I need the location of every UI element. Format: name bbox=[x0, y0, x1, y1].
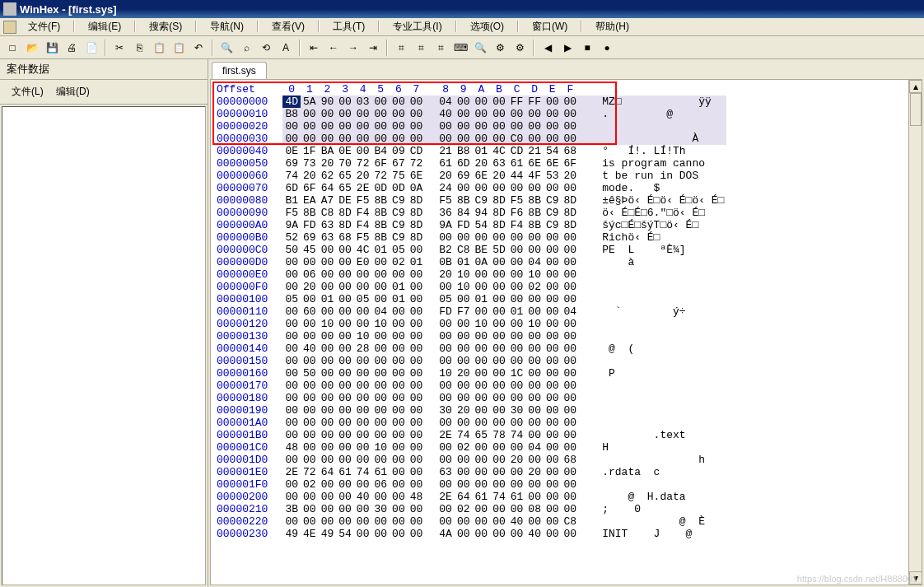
byte-cell[interactable]: 00 bbox=[544, 491, 562, 503]
byte-cell[interactable]: 00 bbox=[301, 318, 319, 330]
byte-cell[interactable]: C0 bbox=[508, 133, 526, 145]
byte-cell[interactable]: 00 bbox=[525, 380, 544, 392]
byte-cell[interactable]: 00 bbox=[436, 355, 455, 367]
byte-cell[interactable]: 00 bbox=[562, 503, 580, 515]
byte-cell[interactable]: 0B bbox=[436, 256, 455, 268]
byte-cell[interactable]: 6F bbox=[301, 182, 319, 194]
byte-cell[interactable]: 00 bbox=[436, 454, 455, 466]
byte-cell[interactable]: 00 bbox=[490, 441, 508, 454]
hex-row[interactable]: 00000220000000000000000000000000400000C8… bbox=[214, 515, 726, 528]
byte-cell[interactable]: 68 bbox=[336, 231, 354, 244]
byte-cell[interactable]: 00 bbox=[408, 515, 426, 528]
byte-cell[interactable]: 45 bbox=[301, 244, 319, 256]
byte-cell[interactable]: 00 bbox=[408, 478, 426, 491]
byte-cell[interactable]: 00 bbox=[282, 330, 301, 342]
new-button[interactable]: □ bbox=[3, 39, 21, 57]
byte-cell[interactable]: 2E bbox=[436, 429, 455, 441]
byte-cell[interactable]: 00 bbox=[282, 454, 301, 466]
byte-cell[interactable]: 00 bbox=[282, 380, 301, 392]
byte-cell[interactable]: 00 bbox=[508, 318, 526, 330]
byte-cell[interactable]: 5D bbox=[490, 244, 508, 256]
byte-cell[interactable]: 00 bbox=[371, 454, 390, 466]
byte-cell[interactable]: 01 bbox=[390, 293, 408, 305]
byte-cell[interactable]: 00 bbox=[508, 268, 526, 281]
byte-cell[interactable]: 61 bbox=[371, 466, 390, 478]
byte-cell[interactable]: 00 bbox=[390, 380, 408, 392]
byte-cell[interactable]: CD bbox=[408, 145, 426, 157]
byte-cell[interactable]: 00 bbox=[525, 417, 544, 429]
byte-cell[interactable]: 00 bbox=[525, 454, 544, 466]
byte-cell[interactable]: 6D bbox=[455, 157, 473, 170]
hex-row[interactable]: 0000012000001000001000000000100000100000 bbox=[214, 318, 726, 330]
byte-cell[interactable]: 00 bbox=[544, 120, 562, 133]
byte-cell[interactable]: 00 bbox=[525, 491, 544, 503]
byte-cell[interactable]: 20 bbox=[562, 170, 580, 182]
findhex-button[interactable]: ⌕ bbox=[237, 39, 255, 57]
byte-cell[interactable]: 05 bbox=[282, 293, 301, 305]
byte-cell[interactable]: 00 bbox=[336, 342, 354, 355]
byte-cell[interactable]: 00 bbox=[354, 380, 372, 392]
byte-cell[interactable]: 00 bbox=[371, 404, 390, 417]
byte-cell[interactable]: 61 bbox=[436, 157, 455, 170]
byte-cell[interactable]: 00 bbox=[336, 417, 354, 429]
byte-cell[interactable]: 01 bbox=[473, 145, 491, 157]
byte-cell[interactable]: 00 bbox=[336, 503, 354, 515]
byte-cell[interactable]: C8 bbox=[455, 244, 473, 256]
byte-cell[interactable]: 48 bbox=[282, 441, 301, 454]
byte-cell[interactable]: B8 bbox=[282, 108, 301, 120]
byte-cell[interactable]: 00 bbox=[408, 454, 426, 466]
hex-row[interactable]: 0000017000000000000000000000000000000000 bbox=[214, 380, 726, 392]
byte-cell[interactable]: 00 bbox=[562, 244, 580, 256]
rec-button[interactable]: ● bbox=[598, 39, 616, 57]
hex-row[interactable]: 0000002000000000000000000000000000000000 bbox=[214, 120, 726, 133]
byte-cell[interactable]: 00 bbox=[336, 454, 354, 466]
byte-cell[interactable]: 01 bbox=[455, 256, 473, 268]
byte-cell[interactable]: 00 bbox=[455, 454, 473, 466]
byte-cell[interactable]: 00 bbox=[390, 478, 408, 491]
byte-cell[interactable]: 00 bbox=[508, 355, 526, 367]
byte-cell[interactable]: CD bbox=[508, 145, 526, 157]
byte-cell[interactable]: 00 bbox=[436, 478, 455, 491]
byte-cell[interactable]: 52 bbox=[282, 231, 301, 244]
byte-cell[interactable]: 70 bbox=[336, 157, 354, 170]
byte-cell[interactable]: 00 bbox=[301, 404, 319, 417]
byte-cell[interactable]: 00 bbox=[390, 417, 408, 429]
byte-cell[interactable]: 00 bbox=[354, 454, 372, 466]
byte-cell[interactable]: 00 bbox=[436, 133, 455, 145]
byte-cell[interactable]: 8D bbox=[408, 207, 426, 219]
byte-cell[interactable]: 00 bbox=[336, 404, 354, 417]
byte-cell[interactable]: 00 bbox=[436, 231, 455, 244]
copy-button[interactable]: ⎘ bbox=[130, 39, 148, 57]
byte-cell[interactable]: 10 bbox=[436, 367, 455, 380]
byte-cell[interactable]: 00 bbox=[544, 182, 562, 194]
byte-cell[interactable]: 00 bbox=[336, 293, 354, 305]
byte-cell[interactable]: 00 bbox=[436, 441, 455, 454]
byte-cell[interactable]: 00 bbox=[525, 133, 544, 145]
byte-cell[interactable]: 36 bbox=[436, 207, 455, 219]
byte-cell[interactable]: 00 bbox=[336, 392, 354, 404]
byte-cell[interactable]: 00 bbox=[544, 392, 562, 404]
byte-cell[interactable]: 72 bbox=[408, 157, 426, 170]
byte-cell[interactable]: 00 bbox=[408, 367, 426, 380]
byte-cell[interactable]: 00 bbox=[508, 231, 526, 244]
byte-cell[interactable]: C8 bbox=[319, 207, 337, 219]
byte-cell[interactable]: 00 bbox=[455, 108, 473, 120]
byte-cell[interactable]: 00 bbox=[473, 268, 491, 281]
byte-cell[interactable]: 00 bbox=[319, 133, 337, 145]
hex-row[interactable]: 0000005069732070726F6772616D2063616E6E6F… bbox=[214, 157, 726, 170]
byte-cell[interactable]: 00 bbox=[371, 417, 390, 429]
byte-cell[interactable]: 10 bbox=[473, 318, 491, 330]
byte-cell[interactable]: 3B bbox=[282, 503, 301, 515]
byte-cell[interactable]: 00 bbox=[282, 392, 301, 404]
hex-row[interactable]: 00000090F58BC88DF48BC98D3684948DF68BC98D… bbox=[214, 207, 726, 219]
byte-cell[interactable]: 00 bbox=[371, 367, 390, 380]
byte-cell[interactable]: 00 bbox=[544, 281, 562, 293]
byte-cell[interactable]: 00 bbox=[301, 293, 319, 305]
byte-cell[interactable]: C9 bbox=[390, 219, 408, 231]
byte-cell[interactable]: 00 bbox=[390, 404, 408, 417]
byte-cell[interactable]: 69 bbox=[455, 170, 473, 182]
byte-cell[interactable]: 00 bbox=[490, 342, 508, 355]
byte-cell[interactable]: 00 bbox=[336, 355, 354, 367]
byte-cell[interactable]: 00 bbox=[544, 231, 562, 244]
hex-row[interactable]: 000000D000000000E00002010B010A0000040000… bbox=[214, 256, 726, 268]
